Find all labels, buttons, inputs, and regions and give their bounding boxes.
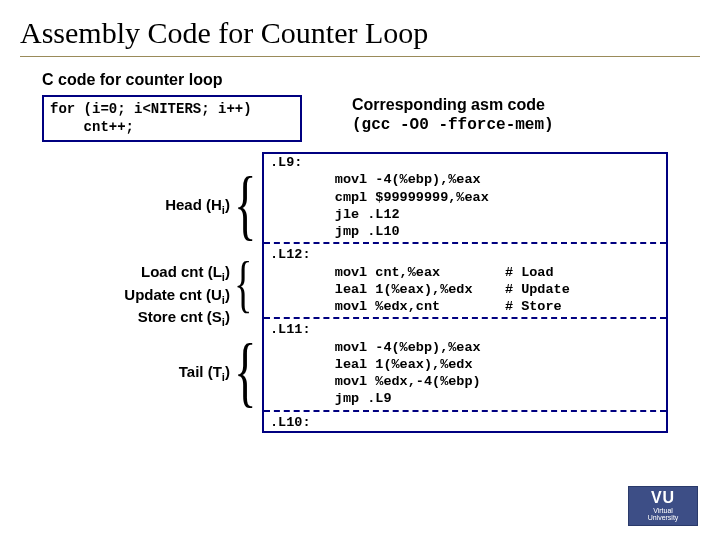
asm-instr: movl cnt,%eax # Load — [264, 264, 666, 281]
label-tail: Tail (Ti) — [70, 363, 230, 383]
c-code-line-1: for (i=0; i<NITERS; i++) — [50, 101, 252, 117]
asm-label-L11: .L11: — [264, 321, 666, 338]
asm-heading-block: Corresponding asm code (gcc -O0 -fforce-… — [352, 96, 554, 134]
asm-instr: leal 1(%eax),%edx — [264, 356, 666, 373]
logo-text: VU — [629, 487, 697, 507]
asm-instr: movl -4(%ebp),%eax — [264, 339, 666, 356]
asm-instr: cmpl $99999999,%eax — [264, 189, 666, 206]
logo-subtext: University — [629, 514, 697, 521]
c-code-line-2: cnt++; — [50, 119, 134, 135]
asm-code-box: .L9: movl -4(%ebp),%eax cmpl $99999999,%… — [262, 152, 668, 433]
label-load-update-store: Load cnt (Li) Update cnt (Ui) Store cnt … — [70, 262, 230, 330]
c-code-box: for (i=0; i<NITERS; i++) cnt++; — [42, 95, 302, 142]
asm-label-L9: .L9: — [264, 154, 666, 171]
vu-logo: VU Virtual University — [628, 486, 698, 526]
page-title: Assembly Code for Counter Loop — [20, 12, 700, 57]
asm-instr: movl -4(%ebp),%eax — [264, 171, 666, 188]
section-divider — [264, 317, 666, 319]
asm-instr: movl %edx,-4(%ebp) — [264, 373, 666, 390]
logo-subtext: Virtual — [629, 507, 697, 514]
asm-instr: leal 1(%eax),%edx # Update — [264, 281, 666, 298]
asm-label-L10: .L10: — [264, 414, 666, 431]
label-head: Head (Hi) — [70, 196, 230, 216]
asm-instr: jmp .L10 — [264, 223, 666, 240]
section-divider — [264, 242, 666, 244]
c-heading: C code for counter loop — [42, 71, 700, 89]
brace-icon: { — [234, 333, 256, 411]
section-divider — [264, 410, 666, 412]
asm-title: Corresponding asm code — [352, 96, 554, 114]
asm-subtitle: (gcc -O0 -fforce-mem) — [352, 116, 554, 134]
brace-icon: { — [234, 166, 256, 244]
asm-instr: jle .L12 — [264, 206, 666, 223]
asm-label-L12: .L12: — [264, 246, 666, 263]
brace-icon: { — [234, 252, 252, 316]
asm-instr: jmp .L9 — [264, 390, 666, 407]
asm-instr: movl %edx,cnt # Store — [264, 298, 666, 315]
